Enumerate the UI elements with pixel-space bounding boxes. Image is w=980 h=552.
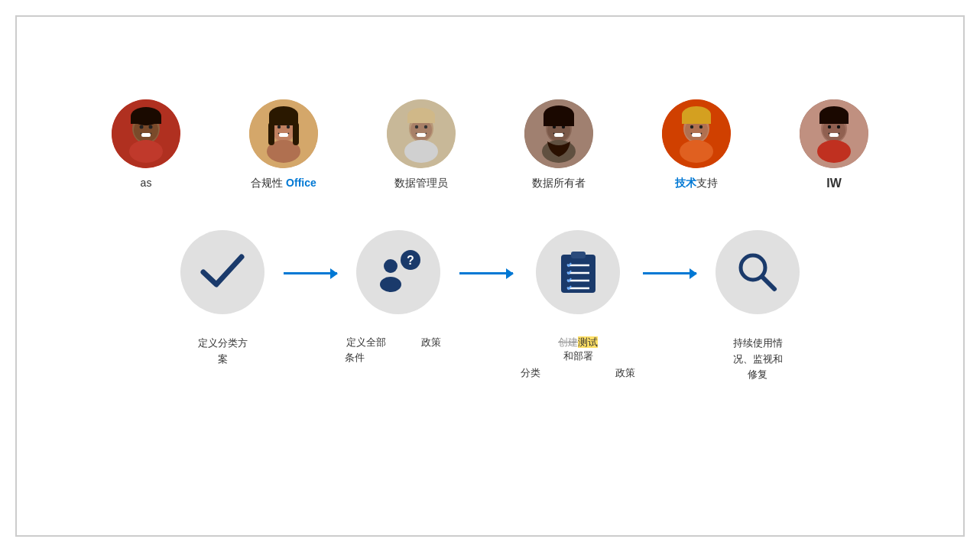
arrow-3 [643, 272, 696, 274]
slide-border [15, 15, 965, 537]
arrow-2 [459, 272, 513, 274]
arrow-1 [284, 272, 337, 274]
